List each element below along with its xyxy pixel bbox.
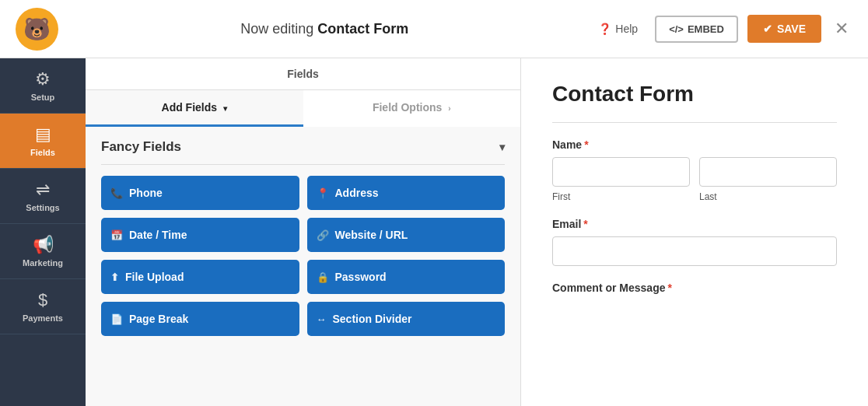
fields-header-text: Fields bbox=[287, 68, 318, 80]
form-title: Contact Form bbox=[552, 82, 837, 107]
name-required-star: * bbox=[584, 138, 588, 151]
page-break-label: Page Break bbox=[129, 313, 188, 325]
lock-icon: 🔒 bbox=[317, 271, 329, 283]
add-fields-chevron: ▾ bbox=[223, 104, 227, 113]
main-layout: ⚙ Setup ▤ Fields ⇌ Settings 📢 Marketing … bbox=[0, 58, 868, 406]
editing-label: Now editing Contact Form bbox=[58, 21, 590, 37]
address-icon: 📍 bbox=[317, 187, 329, 199]
add-fields-tab-label: Add Fields bbox=[162, 101, 218, 114]
comment-label: Comment or Message * bbox=[552, 282, 837, 294]
editing-prefix: Now editing bbox=[240, 21, 317, 37]
section-divider-label: Section Divider bbox=[333, 313, 412, 325]
password-label: Password bbox=[335, 271, 387, 283]
field-btn-file-upload[interactable]: ⬆ File Upload bbox=[101, 260, 299, 294]
fields-panel-header: Fields bbox=[86, 58, 520, 90]
top-bar-actions: ❓ Help </> EMBED ✔ SAVE ✕ bbox=[590, 15, 852, 43]
name-label-text: Name bbox=[552, 138, 582, 151]
comment-required-star: * bbox=[667, 282, 671, 294]
comment-label-text: Comment or Message bbox=[552, 282, 665, 294]
gear-icon: ⚙ bbox=[35, 69, 51, 89]
sidebar-item-setup[interactable]: ⚙ Setup bbox=[0, 58, 86, 114]
link-icon: 🔗 bbox=[317, 229, 329, 241]
address-label: Address bbox=[335, 187, 379, 199]
fancy-fields-label: Fancy Fields bbox=[101, 139, 181, 155]
help-button[interactable]: ❓ Help bbox=[590, 18, 646, 40]
embed-icon: </> bbox=[669, 23, 684, 35]
phone-icon: 📞 bbox=[110, 187, 123, 199]
close-icon: ✕ bbox=[835, 19, 849, 38]
sidebar-settings-label: Settings bbox=[26, 203, 59, 212]
help-label: Help bbox=[615, 23, 638, 35]
sidebar-fields-label: Fields bbox=[30, 148, 55, 157]
name-label: Name * bbox=[552, 138, 837, 151]
form-preview: Contact Form Name * First Last Email * bbox=[521, 58, 868, 406]
embed-label: EMBED bbox=[688, 23, 724, 35]
sidebar-item-marketing[interactable]: 📢 Marketing bbox=[0, 224, 86, 279]
email-field-group: Email * bbox=[552, 218, 837, 266]
last-label: Last bbox=[699, 191, 837, 202]
sidebar-payments-label: Payments bbox=[23, 313, 63, 323]
logo-area: 🐻 bbox=[16, 8, 58, 51]
settings-icon: ⇌ bbox=[36, 180, 50, 200]
checkmark-icon: ✔ bbox=[763, 23, 772, 35]
top-bar: 🐻 Now editing Contact Form ❓ Help </> EM… bbox=[0, 0, 868, 58]
tab-field-options[interactable]: Field Options › bbox=[303, 90, 521, 127]
section-divider-icon: ↔ bbox=[317, 313, 327, 325]
close-button[interactable]: ✕ bbox=[831, 19, 852, 39]
name-field-group: Name * First Last bbox=[552, 138, 837, 202]
email-label: Email * bbox=[552, 218, 837, 230]
page-break-icon: 📄 bbox=[110, 313, 123, 325]
field-btn-date-time[interactable]: 📅 Date / Time bbox=[101, 218, 299, 252]
fancy-fields-chevron: ▾ bbox=[499, 141, 505, 153]
field-btn-section-divider[interactable]: ↔ Section Divider bbox=[307, 302, 506, 336]
help-icon: ❓ bbox=[598, 23, 611, 35]
upload-icon: ⬆ bbox=[110, 271, 119, 283]
first-name-input[interactable] bbox=[552, 157, 690, 187]
sidebar-marketing-label: Marketing bbox=[23, 258, 63, 268]
phone-label: Phone bbox=[129, 187, 163, 199]
field-btn-page-break[interactable]: 📄 Page Break bbox=[101, 302, 299, 336]
sidebar-setup-label: Setup bbox=[31, 93, 55, 102]
fancy-fields-header: Fancy Fields ▾ bbox=[101, 139, 505, 165]
fields-content: Fancy Fields ▾ 📞 Phone 📍 Address 📅 Date … bbox=[86, 127, 520, 406]
sidebar-item-fields[interactable]: ▤ Fields bbox=[0, 114, 86, 169]
name-sub-labels: First Last bbox=[552, 191, 837, 202]
sidebar-item-settings[interactable]: ⇌ Settings bbox=[0, 169, 86, 224]
payments-icon: $ bbox=[38, 290, 47, 310]
field-btn-website-url[interactable]: 🔗 Website / URL bbox=[307, 218, 506, 252]
date-time-label: Date / Time bbox=[129, 229, 187, 241]
fields-panel: Fields Add Fields ▾ Field Options › Fanc… bbox=[86, 58, 521, 406]
email-required-star: * bbox=[583, 218, 587, 230]
field-options-chevron: › bbox=[448, 104, 450, 113]
website-url-label: Website / URL bbox=[335, 229, 408, 241]
tabs-row: Add Fields ▾ Field Options › bbox=[86, 90, 520, 127]
fields-icon: ▤ bbox=[35, 124, 51, 145]
form-divider bbox=[552, 122, 837, 123]
form-name: Contact Form bbox=[317, 21, 408, 37]
save-button[interactable]: ✔ SAVE bbox=[747, 15, 821, 43]
tab-add-fields[interactable]: Add Fields ▾ bbox=[86, 90, 303, 127]
field-btn-password[interactable]: 🔒 Password bbox=[307, 260, 506, 294]
comment-field-group: Comment or Message * bbox=[552, 282, 837, 294]
embed-button[interactable]: </> EMBED bbox=[655, 16, 738, 43]
sidebar-item-payments[interactable]: $ Payments bbox=[0, 279, 86, 334]
file-upload-label: File Upload bbox=[125, 271, 184, 283]
field-btn-phone[interactable]: 📞 Phone bbox=[101, 176, 299, 210]
email-input[interactable] bbox=[552, 236, 837, 266]
last-name-input[interactable] bbox=[699, 157, 837, 187]
save-label: SAVE bbox=[777, 23, 806, 35]
field-btn-address[interactable]: 📍 Address bbox=[307, 176, 506, 210]
field-options-tab-label: Field Options bbox=[373, 101, 442, 114]
field-buttons-grid: 📞 Phone 📍 Address 📅 Date / Time 🔗 Websit… bbox=[101, 176, 505, 336]
calendar-icon: 📅 bbox=[110, 229, 123, 241]
marketing-icon: 📢 bbox=[33, 235, 54, 255]
name-inputs bbox=[552, 157, 837, 187]
logo-icon: 🐻 bbox=[16, 8, 58, 51]
first-label: First bbox=[552, 191, 690, 202]
sidebar: ⚙ Setup ▤ Fields ⇌ Settings 📢 Marketing … bbox=[0, 58, 86, 406]
email-label-text: Email bbox=[552, 218, 581, 230]
